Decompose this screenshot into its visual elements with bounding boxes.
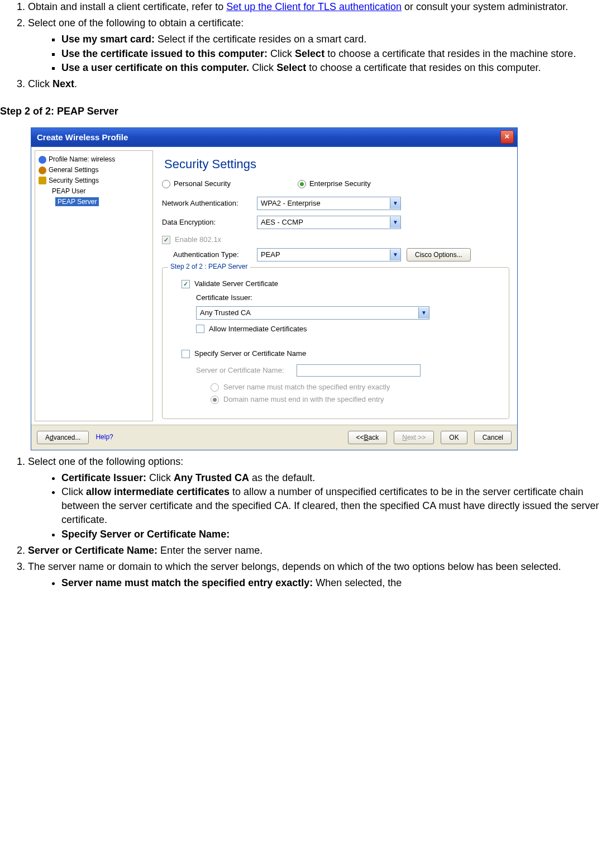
opt-step-2: Server or Certificate Name: Enter the se… bbox=[28, 544, 605, 558]
tree-general[interactable]: General Settings bbox=[35, 165, 152, 175]
close-icon[interactable]: × bbox=[500, 130, 514, 144]
dialog-window: Create Wireless Profile × Profile Name: … bbox=[31, 127, 518, 450]
ok-button[interactable]: OK bbox=[441, 431, 467, 444]
step-3: Click Next. bbox=[28, 77, 605, 91]
help-link[interactable]: Help? bbox=[95, 432, 113, 442]
advanced-button[interactable]: Advanced... bbox=[37, 431, 89, 444]
chevron-down-icon[interactable]: ▼ bbox=[390, 198, 400, 209]
label-auth-type: Authentication Type: bbox=[173, 250, 257, 260]
radio-enterprise[interactable]: Enterprise Security bbox=[298, 179, 371, 189]
next-button: Next >> bbox=[394, 431, 434, 444]
tree-peap-user[interactable]: PEAP User bbox=[35, 186, 152, 197]
chevron-down-icon[interactable]: ▼ bbox=[390, 217, 400, 228]
help-icon bbox=[39, 156, 46, 164]
sidebar-tree: Profile Name: wireless General Settings … bbox=[35, 150, 153, 421]
radio-match-domain: Domain name must end in with the specifi… bbox=[211, 394, 501, 405]
label-data-enc: Data Encryption: bbox=[162, 217, 257, 227]
chk-8021x bbox=[162, 236, 170, 244]
combo-data-enc[interactable]: AES - CCMP▼ bbox=[257, 216, 401, 229]
combo-cert-issuer[interactable]: Any Trusted CA▼ bbox=[196, 306, 429, 320]
chevron-down-icon[interactable]: ▼ bbox=[390, 249, 400, 260]
chk-allow-intermediate[interactable] bbox=[196, 325, 204, 333]
window-title: Create Wireless Profile bbox=[37, 131, 128, 143]
opt-step-3: The server name or domain to which the s… bbox=[28, 560, 605, 590]
label-server-name: Server or Certificate Name: bbox=[196, 365, 297, 375]
group-legend: Step 2 of 2 : PEAP Server bbox=[168, 262, 250, 272]
step-1: Obtain and install a client certificate,… bbox=[28, 0, 605, 14]
label-cert-issuer: Certificate Issuer: bbox=[196, 293, 501, 303]
step-heading: Step 2 of 2: PEAP Server bbox=[0, 104, 605, 118]
opt-step-1: Select one of the following options: Cer… bbox=[28, 455, 605, 541]
titlebar: Create Wireless Profile × bbox=[31, 128, 517, 146]
tls-link[interactable]: Set up the Client for TLS authentication bbox=[226, 1, 402, 12]
tree-peap-server[interactable]: PEAP Server bbox=[52, 197, 106, 207]
chevron-down-icon[interactable]: ▼ bbox=[418, 307, 429, 318]
chk-specify-server[interactable] bbox=[182, 350, 190, 358]
combo-auth-type[interactable]: PEAP▼ bbox=[257, 248, 401, 262]
tree-profile[interactable]: Profile Name: wireless bbox=[35, 154, 152, 165]
top-list-1: Obtain and install a client certificate,… bbox=[0, 0, 605, 91]
step-2: Select one of the following to obtain a … bbox=[28, 16, 605, 75]
panel-title: Security Settings bbox=[164, 156, 509, 173]
label-net-auth: Network Authentication: bbox=[162, 198, 257, 208]
peap-server-group: Step 2 of 2 : PEAP Server Validate Serve… bbox=[162, 267, 509, 419]
cancel-button[interactable]: Cancel bbox=[474, 431, 512, 444]
chk-validate[interactable] bbox=[182, 280, 190, 288]
radio-match-exact: Server name must match the specified ent… bbox=[211, 382, 501, 392]
tree-security[interactable]: Security Settings bbox=[35, 175, 152, 186]
radio-personal[interactable]: Personal Security bbox=[162, 179, 231, 189]
input-server-name[interactable] bbox=[297, 364, 421, 377]
back-button[interactable]: << Back bbox=[348, 431, 388, 444]
user-icon bbox=[39, 167, 46, 174]
cisco-options-button[interactable]: Cisco Options... bbox=[407, 248, 471, 262]
top-list-2: Select one of the following options: Cer… bbox=[0, 455, 605, 591]
lock-icon bbox=[39, 177, 46, 184]
combo-net-auth[interactable]: WPA2 - Enterprise▼ bbox=[257, 197, 401, 210]
